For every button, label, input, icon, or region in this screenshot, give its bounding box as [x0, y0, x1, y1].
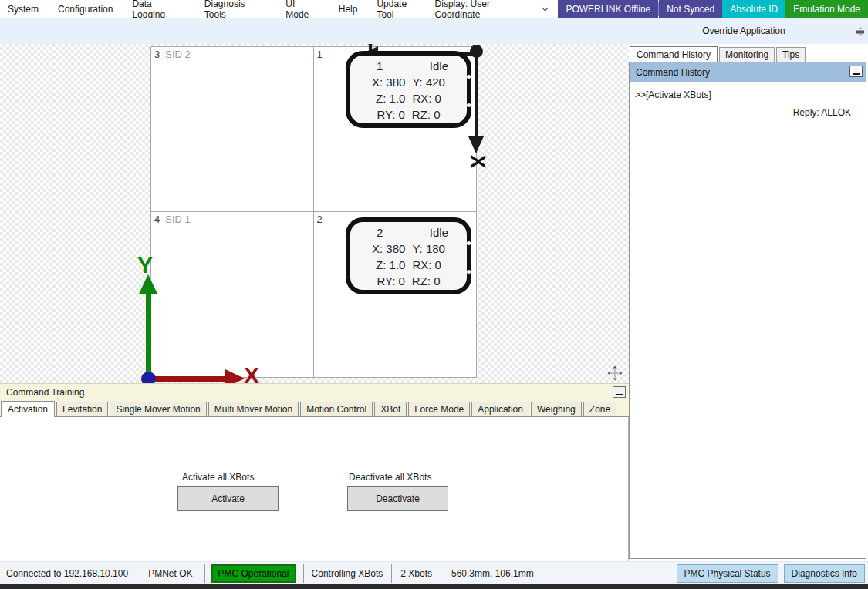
move-cursor-icon — [606, 365, 623, 382]
tile-label: 4 SID 1 — [154, 214, 191, 225]
xbot-2-status-box[interactable]: 2 Idle X: 380 Y: 180 Z: 1.0 RX: 0 RY: 0 … — [346, 217, 471, 294]
tab-weighing[interactable]: Weighing — [531, 402, 582, 416]
cursor-position: 560.3mm, 106.1mm — [451, 568, 534, 579]
connection-status: Connected to 192.168.10.100 — [6, 568, 128, 579]
user-x-axis-label: X — [244, 362, 259, 383]
status-divider — [303, 564, 304, 583]
menu-data-logging[interactable]: Data Logging — [132, 0, 184, 20]
tab-xbot[interactable]: XBot — [374, 402, 407, 416]
xbot-x: X: 380 — [372, 241, 405, 257]
display-coordinate-select[interactable]: Display: User Coordinate — [424, 0, 559, 18]
xbot-ry: RY: 0 — [377, 273, 404, 289]
tile-label: 2 — [317, 214, 328, 225]
display-coordinate-label: Display: User Coordinate — [435, 0, 530, 20]
xbot-id: 2 — [377, 224, 383, 241]
command-training-tabs: Activation Levitation Single Mover Motio… — [0, 400, 629, 417]
tab-zone[interactable]: Zone — [583, 402, 616, 416]
pmc-x-axis-label: X — [465, 147, 489, 177]
xbot-state: Idle — [430, 224, 448, 241]
status-divider — [441, 564, 441, 583]
tab-command-history[interactable]: Command History — [630, 46, 718, 62]
command-training-title: Command Training — [6, 387, 84, 398]
pmc-operational-badge: PMC Operational — [211, 564, 296, 583]
status-divider — [204, 564, 205, 583]
command-history-log[interactable]: >>[Activate XBots] Reply: ALLOK — [630, 82, 866, 558]
status-chip-powerlink: POWERLINK Offline — [558, 0, 658, 18]
pmnet-status: PMNet OK — [148, 568, 192, 579]
status-divider — [391, 564, 392, 583]
xbot-orientation-pip — [467, 103, 471, 107]
status-bar: Connected to 192.168.10.100 PMNet OK PMC… — [0, 561, 868, 584]
activate-button[interactable]: Activate — [177, 486, 279, 511]
controlling-status: Controlling XBots — [312, 568, 383, 579]
minimize-button[interactable] — [613, 386, 626, 398]
tab-application[interactable]: Application — [471, 402, 529, 416]
minimize-button[interactable] — [849, 66, 863, 77]
tab-single-mover-motion[interactable]: Single Mover Motion — [110, 402, 206, 416]
menu-update-tool[interactable]: Update Tool — [377, 0, 424, 20]
override-application-button[interactable]: Override Application — [677, 18, 810, 44]
menubar-right: Display: User Coordinate POWERLINK Offli… — [424, 0, 868, 18]
xbot-orientation-pip — [467, 75, 471, 79]
menu-items: System Configuration Data Logging Diagno… — [0, 0, 424, 18]
xbot-count: 2 Xbots — [400, 568, 432, 579]
xbot-rx: RX: 0 — [412, 90, 441, 106]
window-bottom-edge — [0, 584, 868, 589]
tab-monitoring[interactable]: Monitoring — [719, 47, 775, 62]
tile-number: 3 — [154, 49, 160, 60]
command-history-title: Command History — [636, 67, 710, 78]
command-training-panel: Command Training Activation Levitation S… — [0, 383, 629, 561]
command-training-header: Command Training — [0, 383, 629, 400]
tab-activation[interactable]: Activation — [1, 401, 55, 417]
user-origin-dot — [141, 372, 156, 383]
menu-ui-mode[interactable]: UI Mode — [285, 0, 319, 20]
xbot-x: X: 380 — [372, 74, 405, 90]
tile-label: 3 SID 2 — [154, 49, 191, 60]
deactivate-all-label: Deactivate all XBots — [349, 472, 431, 483]
tile-sid: SID 2 — [165, 49, 191, 60]
pmc-physical-status-button[interactable]: PMC Physical Status — [677, 564, 778, 583]
tab-tips[interactable]: Tips — [776, 47, 806, 62]
xbot-z: Z: 1.0 — [376, 90, 405, 106]
tab-levitation[interactable]: Levitation — [56, 402, 108, 416]
tab-force-mode[interactable]: Force Mode — [408, 402, 470, 416]
tile-sid: SID 1 — [165, 214, 191, 225]
chevron-down-icon — [542, 7, 549, 12]
menu-bar: System Configuration Data Logging Diagno… — [0, 0, 868, 18]
menu-system[interactable]: System — [8, 4, 39, 15]
deactivate-button[interactable]: Deactivate — [347, 486, 448, 511]
app-window: System Configuration Data Logging Diagno… — [0, 0, 868, 589]
main-area: 3 SID 2 1 4 SID 1 — [0, 44, 868, 561]
xbot-y: Y: 420 — [412, 74, 445, 90]
xbot-1-status-box[interactable]: 1 Idle X: 380 Y: 420 Z: 1.0 RX: 0 RY: 0 … — [346, 51, 471, 128]
menu-diagnosis-tools[interactable]: Diagnosis Tools — [204, 0, 266, 20]
xbot-orientation-pip — [467, 241, 471, 245]
xbot-rz: RZ: 0 — [412, 273, 441, 289]
splitter-handle-icon[interactable] — [856, 27, 865, 37]
status-chip-emulation-mode: Emulation Mode — [785, 0, 868, 18]
tile-label: 1 — [317, 49, 328, 60]
right-panel-tabs: Command History Monitoring Tips — [629, 44, 868, 62]
diagnostics-info-button[interactable]: Diagnostics Info — [784, 564, 865, 583]
xbot-state: Idle — [430, 58, 448, 74]
minimize-icon — [853, 73, 860, 75]
command-history-box: Command History >>[Activate XBots] Reply… — [629, 62, 866, 559]
menu-configuration[interactable]: Configuration — [58, 4, 113, 15]
user-y-axis-line — [146, 292, 151, 379]
tab-motion-control[interactable]: Motion Control — [300, 402, 373, 416]
stage-canvas[interactable]: 3 SID 2 1 4 SID 1 — [0, 44, 629, 383]
user-y-axis-arrow-icon — [139, 274, 157, 294]
command-history-header: Command History — [630, 62, 866, 82]
history-reply: Reply: ALLOK — [630, 100, 866, 118]
history-command: >>[Activate XBots] — [630, 82, 866, 100]
tab-multi-mover-motion[interactable]: Multi Mover Motion — [208, 402, 299, 416]
xbot-rx: RX: 0 — [412, 257, 441, 273]
menu-help[interactable]: Help — [339, 4, 358, 15]
tile-number: 1 — [317, 49, 323, 60]
tile-number: 4 — [154, 214, 160, 225]
xbot-z: Z: 1.0 — [376, 257, 405, 273]
activate-all-label: Activate all XBots — [182, 472, 254, 483]
status-chip-not-synced: Not Synced — [659, 0, 722, 18]
user-x-axis-line — [151, 376, 225, 382]
tile-number: 2 — [317, 214, 323, 225]
